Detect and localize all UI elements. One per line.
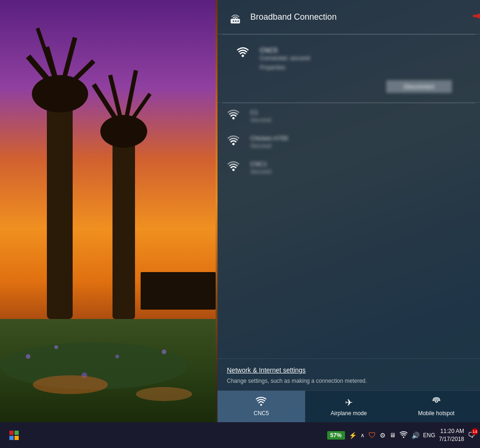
battery-indicator: 57% [327,431,345,440]
other-network-info-3: CNC1 Secured [250,160,471,175]
network-item-2[interactable]: Chicken A700 Secured [218,129,480,155]
connected-network-status: Connected, secured [260,55,461,61]
svg-rect-2 [47,94,73,319]
svg-point-18 [54,345,58,349]
other-network-name-1: C1 [250,109,471,116]
windows-logo-icon [9,431,19,440]
start-button[interactable] [5,426,23,445]
quick-actions-bar: CNC5 ✈ Airplane mode Mobile hotspot [218,390,480,422]
svg-point-21 [162,349,166,354]
language-indicator: ENG [423,432,435,439]
network-settings-description: Change settings, such as making a connec… [227,378,367,384]
connected-network-item[interactable]: CNC5 Connected, secured Properties [227,42,471,76]
taskbar-right: 57% ⚡ ∧ 🛡 ⚙ 🖥 🔊 ENG 11:20 AM 7/17/2018 [327,427,475,443]
quick-action-wifi-label: CNC5 [254,410,269,417]
other-network-name-2: Chicken A700 [250,135,471,142]
battery-percent: 57% [330,432,342,439]
svg-point-31 [242,55,244,57]
svg-rect-15 [141,272,216,310]
disconnect-button[interactable]: Disconnect [386,80,452,93]
svg-point-34 [232,169,235,171]
svg-point-28 [235,18,236,20]
network-item-1[interactable]: C1 Secured [218,103,480,129]
settings-cog-icon[interactable]: ⚙ [380,432,386,439]
taskbar-wifi-icon[interactable] [399,431,408,440]
quick-action-airplane[interactable]: ✈ Airplane mode [305,391,393,422]
wifi-quick-icon [255,396,267,408]
svg-point-20 [115,355,119,358]
broadband-header: Broadband Connection [218,0,480,34]
other-network-status-2: Secured [250,143,471,149]
airplane-quick-icon: ✈ [345,397,353,408]
volume-icon[interactable]: 🔊 [412,432,420,439]
taskbar-time: 11:20 AM 7/17/2018 [439,427,464,443]
red-arrow [471,8,480,25]
connected-network-section: CNC5 Connected, secured Properties Disco… [218,35,480,103]
tray-expand-icon[interactable]: ∧ [360,432,365,439]
other-network-info-2: Chicken A700 Secured [250,135,471,149]
wifi-signal-icon-connected [236,46,253,60]
quick-action-wifi[interactable]: CNC5 [218,391,305,422]
svg-rect-38 [15,431,19,435]
svg-point-33 [232,143,235,145]
power-icon: ⚡ [349,432,357,439]
wifi-signal-icon-2 [227,135,244,148]
other-network-status-3: Secured [250,168,471,175]
connected-network-name: CNC5 [260,46,461,54]
other-network-info-1: C1 Secured [250,109,471,123]
hotspot-quick-icon [431,396,442,408]
svg-point-26 [235,21,237,22]
connected-network-properties: Properties [260,64,461,71]
wifi-signal-icon-1 [227,109,244,122]
svg-point-41 [403,437,404,438]
antivirus-icon[interactable]: 🛡 [368,431,376,440]
svg-point-36 [435,400,437,402]
network-settings-link[interactable]: Network & Internet settings [227,366,471,374]
quick-action-hotspot-label: Mobile hotspot [418,410,455,417]
quick-action-airplane-label: Airplane mode [330,410,367,417]
svg-point-25 [233,21,234,22]
svg-rect-39 [9,436,14,440]
network-settings-section: Network & Internet settings Change setti… [218,358,480,390]
svg-rect-37 [9,431,14,435]
current-time: 11:20 AM [439,427,464,435]
notification-badge: 14 [472,428,478,435]
taskbar-left [5,426,327,445]
connected-network-info: CNC5 Connected, secured Properties [260,46,461,71]
svg-point-35 [260,404,262,406]
network-item-3[interactable]: CNC1 Secured [218,155,480,181]
other-network-status-1: Secured [250,117,471,123]
taskbar: 57% ⚡ ∧ 🛡 ⚙ 🖥 🔊 ENG 11:20 AM 7/17/2018 [0,422,480,448]
other-networks-list: C1 Secured Chicken A700 Secured [218,103,480,358]
svg-point-27 [238,21,239,22]
quick-action-hotspot[interactable]: Mobile hotspot [392,391,480,422]
wifi-signal-icon-3 [227,160,244,174]
svg-point-32 [232,117,235,120]
svg-point-17 [26,354,30,359]
svg-point-23 [136,387,192,401]
notification-center-button[interactable]: 🗨 14 [468,431,475,440]
current-date: 7/17/2018 [439,435,464,443]
broadband-icon [227,8,244,25]
svg-rect-9 [112,131,135,319]
other-network-name-3: CNC1 [250,160,471,167]
display-icon[interactable]: 🖥 [390,432,396,439]
svg-point-22 [33,375,108,394]
broadband-title: Broadband Connection [250,12,337,22]
network-panel: Broadband Connection [218,0,480,422]
svg-rect-40 [15,436,19,440]
